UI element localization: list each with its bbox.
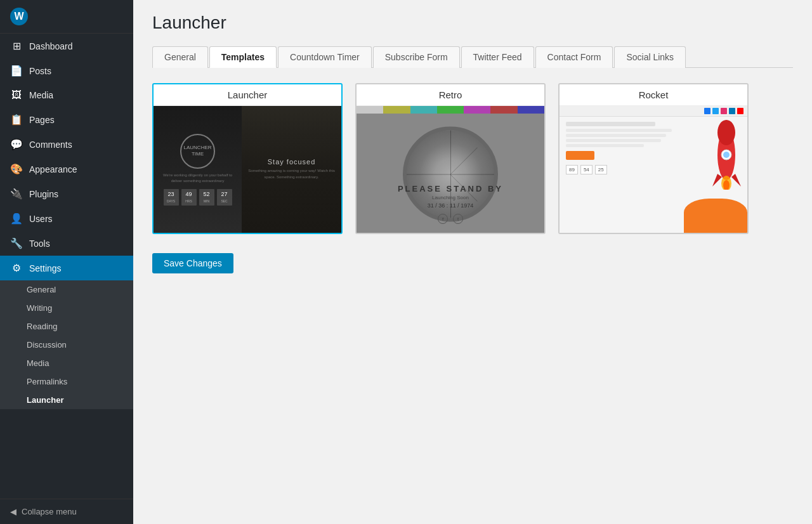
svg-marker-4	[712, 174, 722, 187]
posts-icon: 📄	[10, 65, 23, 77]
template-launcher-preview: LAUNCHERTIME We're working diligently on…	[154, 106, 341, 233]
tab-countdown[interactable]: Countdown Timer	[278, 46, 372, 68]
save-button[interactable]: Save Changes	[152, 253, 233, 273]
tab-twitter[interactable]: Twitter Feed	[461, 46, 534, 68]
template-card-launcher[interactable]: Launcher LAUNCHERTIME We're working dili…	[152, 83, 343, 234]
template-retro-title: Retro	[357, 84, 544, 106]
sidebar-item-label: Plugins	[29, 189, 58, 199]
sidebar-item-label: Settings	[29, 263, 62, 273]
sidebar-item-comments[interactable]: 💬 Comments	[0, 132, 133, 157]
tab-templates[interactable]: Templates	[209, 46, 277, 68]
sidebar-item-pages[interactable]: 📋 Pages	[0, 107, 133, 132]
sidebar-item-media[interactable]: 🖼 Media	[0, 83, 133, 107]
submenu-permalinks[interactable]: Permalinks	[0, 372, 133, 391]
sidebar-item-settings[interactable]: ⚙ Settings	[0, 256, 133, 280]
sidebar-item-label: Pages	[29, 115, 55, 125]
sidebar-item-plugins[interactable]: 🔌 Plugins	[0, 181, 133, 206]
sidebar-item-label: Posts	[29, 66, 51, 76]
users-icon: 👤	[10, 213, 23, 225]
main-content: Launcher General Templates Countdown Tim…	[133, 0, 812, 524]
template-card-retro[interactable]: Retro	[355, 83, 546, 234]
tab-contact[interactable]: Contact Form	[535, 46, 613, 68]
sidebar-item-label: Users	[29, 214, 53, 224]
sidebar-item-appearance[interactable]: 🎨 Appearance	[0, 157, 133, 181]
settings-submenu: General Writing Reading Discussion Media…	[0, 280, 133, 409]
tab-general[interactable]: General	[152, 46, 208, 68]
tab-bar: General Templates Countdown Timer Subscr…	[152, 46, 793, 68]
collapse-label: Collapse menu	[22, 507, 77, 516]
tools-icon: 🔧	[10, 237, 23, 249]
tab-subscribe[interactable]: Subscribe Form	[373, 46, 460, 68]
template-card-rocket[interactable]: Rocket	[558, 83, 749, 234]
save-bar: Save Changes	[152, 253, 793, 273]
appearance-icon: 🎨	[10, 163, 23, 175]
sidebar-item-tools[interactable]: 🔧 Tools	[0, 231, 133, 256]
sidebar-item-label: Appearance	[29, 164, 77, 174]
template-retro-preview: PLEASE STAND BY Launching Soon 31 / 36 :…	[357, 106, 544, 233]
svg-point-1	[717, 120, 735, 145]
sidebar-item-posts[interactable]: 📄 Posts	[0, 58, 133, 83]
templates-grid: Launcher LAUNCHERTIME We're working dili…	[152, 83, 793, 234]
submenu-general[interactable]: General	[0, 280, 133, 299]
submenu-writing[interactable]: Writing	[0, 299, 133, 317]
dashboard-icon: ⊞	[10, 40, 23, 52]
collapse-menu-button[interactable]: ◀ Collapse menu	[0, 499, 133, 524]
submenu-launcher[interactable]: Launcher	[0, 391, 133, 409]
media-icon: 🖼	[10, 89, 23, 101]
settings-icon: ⚙	[10, 262, 23, 274]
sidebar-item-dashboard[interactable]: ⊞ Dashboard	[0, 34, 133, 58]
sidebar-item-label: Comments	[29, 140, 72, 150]
template-rocket-title: Rocket	[560, 84, 747, 106]
svg-point-3	[723, 152, 730, 158]
sidebar-item-label: Dashboard	[29, 41, 73, 51]
sidebar-item-users[interactable]: 👤 Users	[0, 206, 133, 231]
submenu-reading[interactable]: Reading	[0, 317, 133, 336]
svg-marker-5	[731, 174, 741, 187]
template-launcher-title: Launcher	[154, 84, 341, 106]
sidebar-nav: ⊞ Dashboard 📄 Posts 🖼 Media 📋 Pages 💬 Co…	[0, 34, 133, 409]
page-title: Launcher	[152, 13, 793, 33]
submenu-discussion[interactable]: Discussion	[0, 336, 133, 354]
pages-icon: 📋	[10, 114, 23, 126]
sidebar-item-label: Media	[29, 90, 53, 100]
wp-logo-icon: W	[10, 8, 28, 25]
sidebar-item-label: Tools	[29, 239, 50, 249]
submenu-media[interactable]: Media	[0, 354, 133, 372]
tab-social[interactable]: Social Links	[614, 46, 686, 68]
template-rocket-preview: 89 54 25	[560, 106, 747, 233]
collapse-icon: ◀	[10, 507, 16, 516]
sidebar: W ⊞ Dashboard 📄 Posts 🖼 Media 📋 Pages 💬 …	[0, 0, 133, 524]
comments-icon: 💬	[10, 138, 23, 150]
sidebar-logo: W	[0, 0, 133, 34]
plugins-icon: 🔌	[10, 188, 23, 200]
